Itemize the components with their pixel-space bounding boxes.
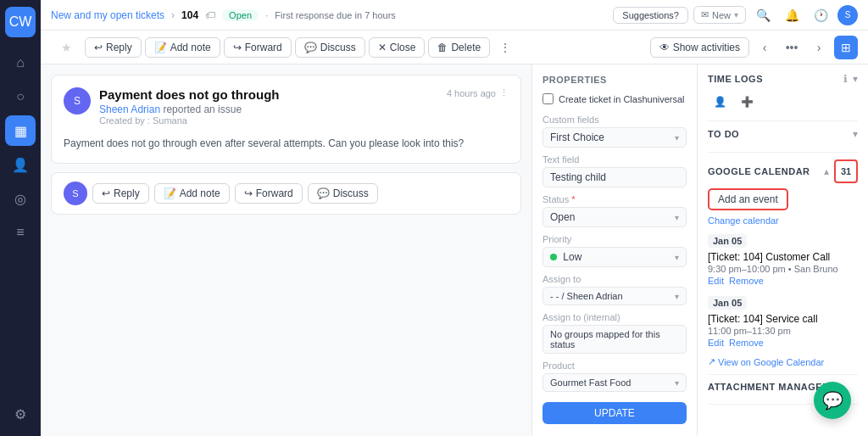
priority-field[interactable]: Low ▾ bbox=[542, 247, 687, 267]
sidebar-item-reports[interactable]: ≡ bbox=[5, 217, 36, 248]
next-button[interactable]: › bbox=[807, 36, 831, 59]
first-choice-field[interactable]: First Choice ▾ bbox=[542, 127, 687, 148]
event1-actions: Edit Remove bbox=[708, 276, 858, 286]
text-field-label: Text field bbox=[542, 154, 687, 165]
google-calendar-title: GOOGLE CALENDAR bbox=[708, 166, 810, 176]
note-icon: 📝 bbox=[154, 42, 167, 53]
time-logs-title: TIME LOGS bbox=[708, 74, 763, 84]
sidebar-item-contacts[interactable]: ○ bbox=[5, 81, 36, 112]
settings-icon: ⚙ bbox=[14, 406, 26, 422]
discuss-button[interactable]: 💬 Discuss bbox=[295, 37, 365, 58]
home-icon: ⌂ bbox=[16, 55, 25, 70]
sidebar-item-users[interactable]: 👤 bbox=[5, 149, 36, 180]
product-field[interactable]: Gourmet Fast Food ▾ bbox=[542, 373, 687, 392]
properties-panel: PROPERTIES Create ticket in Clashunivers… bbox=[532, 64, 698, 436]
event2-edit[interactable]: Edit bbox=[708, 338, 724, 348]
left-sidebar: CW ⌂ ○ ▦ 👤 ◎ ≡ ⚙ bbox=[0, 0, 41, 436]
more-button[interactable]: ••• bbox=[780, 36, 804, 59]
properties-title: PROPERTIES bbox=[542, 75, 687, 85]
reports-icon: ≡ bbox=[16, 225, 24, 240]
reply-icon: ↩ bbox=[94, 42, 103, 53]
search-button[interactable]: 🔍 bbox=[751, 3, 775, 27]
chat-icon: 💬 bbox=[822, 390, 843, 411]
close-icon: ✕ bbox=[378, 42, 387, 53]
clock-button[interactable]: 🕐 bbox=[809, 3, 832, 27]
assign-to-field[interactable]: - - / Sheen Adrian ▾ bbox=[542, 287, 687, 305]
show-activities-button[interactable]: 👁 Show activities bbox=[650, 37, 749, 58]
assign-to-label: Assign to bbox=[542, 274, 687, 284]
todo-header: TO DO ▾ bbox=[708, 128, 858, 140]
breadcrumb-sep1: › bbox=[171, 9, 175, 21]
sidebar-item-tickets[interactable]: ▦ bbox=[5, 115, 36, 146]
more-options-button[interactable]: ⋮ bbox=[493, 36, 517, 59]
time-logs-user-icon[interactable]: 👤 bbox=[708, 90, 732, 114]
info-icon[interactable]: ℹ bbox=[843, 73, 848, 85]
text-field-value[interactable]: Testing child bbox=[542, 167, 687, 187]
delete-button[interactable]: 🗑 Delete bbox=[428, 37, 490, 58]
sidebar-item-settings[interactable]: ⚙ bbox=[5, 399, 36, 429]
ticket-created-by: Created by : Sumana bbox=[99, 115, 438, 126]
close-button[interactable]: ✕ Close bbox=[369, 37, 426, 58]
ticket-header: S Payment does not go through Sheen Adri… bbox=[64, 87, 509, 126]
ticket-area: S Payment does not go through Sheen Adri… bbox=[41, 64, 532, 436]
ticket-reporter: Sheen Adrian reported an issue bbox=[99, 103, 438, 115]
forward-inline-button[interactable]: ↪ Forward bbox=[235, 183, 303, 204]
status-field[interactable]: Open ▾ bbox=[542, 207, 687, 227]
reply-inline-button[interactable]: ↩ Reply bbox=[92, 183, 149, 204]
ticket-timestamp: 4 hours ago ⋮ bbox=[447, 87, 509, 98]
create-ticket-checkbox[interactable] bbox=[542, 93, 554, 104]
prev-button[interactable]: ‹ bbox=[753, 36, 776, 59]
chevron-down-icon: ▾ bbox=[734, 10, 738, 20]
new-button[interactable]: ✉ New ▾ bbox=[693, 6, 746, 24]
discuss-inline-button[interactable]: 💬 Discuss bbox=[308, 183, 378, 204]
sidebar-item-home[interactable]: ⌂ bbox=[5, 48, 36, 78]
notifications-button[interactable]: 🔔 bbox=[780, 3, 804, 27]
event1-remove[interactable]: Remove bbox=[729, 276, 764, 286]
reply-inline-icon: ↩ bbox=[102, 187, 110, 199]
logo-icon: CW bbox=[9, 14, 32, 30]
forward-inline-icon: ↪ bbox=[244, 187, 253, 199]
calendar-event-1: Jan 05 [Ticket: 104] Customer Call 9:30 … bbox=[708, 232, 858, 286]
suggestions-button[interactable]: Suggestions? bbox=[613, 7, 688, 24]
reporter-name[interactable]: Sheen Adrian bbox=[99, 103, 160, 115]
ticket-avatar: S bbox=[64, 87, 91, 115]
time-logs-add-icon[interactable]: ➕ bbox=[735, 90, 759, 114]
tickets-icon: ▦ bbox=[14, 123, 27, 139]
view-google-calendar-link[interactable]: ↗ View on Google Calendar bbox=[708, 356, 858, 367]
sidebar-logo[interactable]: CW bbox=[5, 7, 36, 37]
forward-icon: ↪ bbox=[233, 42, 242, 53]
google-calendar-icon[interactable]: 31 bbox=[834, 159, 858, 183]
star-icon[interactable]: ★ bbox=[51, 32, 81, 63]
ticket-more-icon[interactable]: ⋮ bbox=[499, 87, 509, 98]
chat-fab[interactable]: 💬 bbox=[814, 382, 851, 419]
status-required: * bbox=[571, 194, 575, 204]
event1-title: [Ticket: 104] Customer Call bbox=[708, 251, 858, 263]
sidebar-item-groups[interactable]: ◎ bbox=[5, 183, 36, 214]
forward-button[interactable]: ↪ Forward bbox=[224, 37, 292, 58]
breadcrumb-link[interactable]: New and my open tickets bbox=[51, 9, 164, 21]
time-logs-collapse[interactable]: ▾ bbox=[853, 73, 858, 85]
change-calendar-link[interactable]: Change calendar bbox=[708, 215, 858, 226]
status-label: Status * bbox=[542, 194, 687, 204]
priority-label: Priority bbox=[542, 234, 687, 244]
add-note-inline-button[interactable]: 📝 Add note bbox=[154, 183, 230, 204]
reporter-action: reported an issue bbox=[163, 103, 242, 115]
create-ticket-label: Create ticket in Clashuniversal bbox=[559, 94, 685, 104]
calendar-collapse[interactable]: ▴ bbox=[824, 165, 829, 177]
event2-remove[interactable]: Remove bbox=[729, 338, 764, 348]
event1-edit[interactable]: Edit bbox=[708, 276, 724, 286]
grid-button[interactable]: ⊞ bbox=[834, 36, 858, 59]
todo-collapse[interactable]: ▾ bbox=[853, 128, 858, 140]
create-ticket-checkbox-row: Create ticket in Clashuniversal bbox=[542, 93, 687, 104]
event2-actions: Edit Remove bbox=[708, 338, 858, 348]
action-bar-right: 👁 Show activities ‹ ••• › ⊞ bbox=[650, 36, 858, 59]
status-chevron: ▾ bbox=[675, 213, 679, 222]
add-note-button[interactable]: 📝 Add note bbox=[145, 37, 220, 58]
reply-button[interactable]: ↩ Reply bbox=[85, 37, 142, 58]
tag-icon: 🏷 bbox=[205, 9, 215, 21]
google-calendar-header: GOOGLE CALENDAR ▴ 31 bbox=[708, 159, 858, 183]
assign-internal-field[interactable]: No groups mapped for this status bbox=[542, 325, 687, 354]
user-avatar[interactable]: S bbox=[837, 5, 858, 25]
update-button[interactable]: UPDATE bbox=[542, 402, 687, 424]
add-event-button[interactable]: Add an event bbox=[708, 188, 788, 210]
